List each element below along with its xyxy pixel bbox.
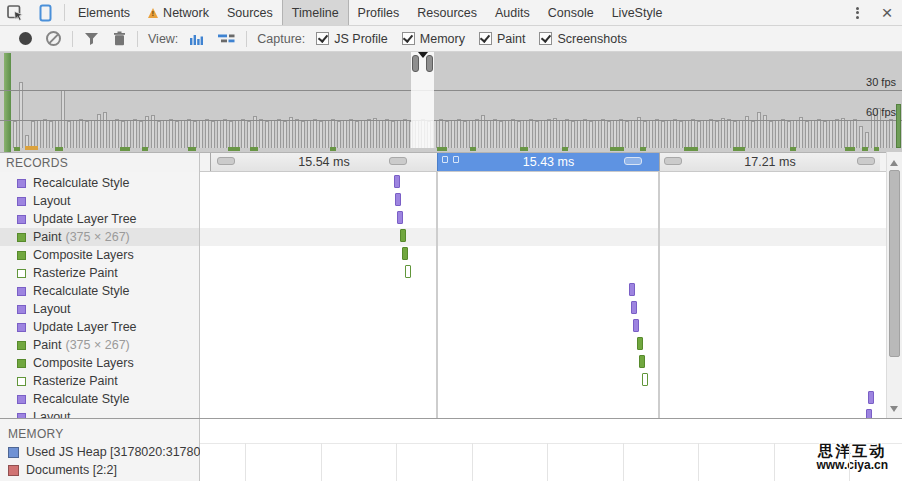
tab-audits[interactable]: Audits [486,0,539,25]
capture-label: Capture: [257,32,305,46]
overview-green-spike [896,104,901,148]
overview-bar [697,121,701,148]
record-row[interactable]: Recalculate Style [0,282,199,300]
frame-chip [664,157,682,165]
frame-header[interactable]: 17.21 ms [659,153,880,172]
flame-bar[interactable] [400,229,406,242]
checkbox[interactable] [316,32,329,45]
overview-bar [841,118,845,148]
flame-bar[interactable] [402,247,408,260]
records-flamechart[interactable] [200,172,886,418]
records-scrollbar[interactable] [886,152,902,418]
memory-gridline [774,443,775,481]
frame-header[interactable]: 15.54 ms [210,153,437,172]
flame-bar[interactable] [397,211,403,224]
tab-profiles[interactable]: Profiles [349,0,409,25]
overview-bar [655,119,659,148]
inspect-element-icon[interactable] [0,0,30,25]
record-row[interactable]: Recalculate Style [0,390,199,408]
record-row[interactable]: Update Layer Tree [0,318,199,336]
tab-label: Timeline [292,6,339,20]
memory-legend-label: Used JS Heap [3178020:3178020] [26,445,218,459]
frame-chip [453,156,459,163]
tab-livestyle[interactable]: LiveStyle [603,0,672,25]
checkbox[interactable] [539,32,552,45]
records-row-list: Recalculate StyleLayoutUpdate Layer Tree… [0,174,199,418]
record-row[interactable]: Update Layer Tree [0,210,199,228]
checkbox-label: Paint [497,32,526,46]
scrollbar-thumb[interactable] [889,170,900,357]
overview-activity-chip [55,147,63,151]
close-icon[interactable]: × [872,0,902,25]
frames-ruler[interactable]: 15.54 ms15.43 ms17.21 ms [200,152,886,172]
overview-selection-window[interactable] [411,52,434,148]
overview-bar [637,117,641,148]
capture-option-memory[interactable]: Memory [402,32,465,46]
record-row[interactable]: Recalculate Style [0,174,199,192]
record-row[interactable]: Paint(375 × 267) [0,228,199,246]
tab-resources[interactable]: Resources [408,0,486,25]
flame-bar[interactable] [394,175,400,188]
tab-elements[interactable]: Elements [69,0,139,25]
tab-timeline[interactable]: Timeline [282,0,349,25]
record-label: Update Layer Tree [33,212,137,226]
record-type-icon [17,287,26,296]
device-toolbar-icon[interactable] [30,0,60,25]
checkbox[interactable] [402,32,415,45]
frame-chip [624,157,642,165]
record-type-icon [17,341,26,350]
timeline-overview[interactable]: 30 fps 60 fps [0,52,902,152]
capture-option-screenshots[interactable]: Screenshots [539,32,626,46]
record-label: Paint [33,230,62,244]
capture-option-paint[interactable]: Paint [479,32,526,46]
memory-chart[interactable]: 思洋互动 www.ciya.cn [200,419,902,481]
record-row[interactable]: Paint(375 × 267) [0,336,199,354]
view-tracks-icon[interactable] [218,33,235,44]
record-row[interactable]: Layout [0,192,199,210]
tab-console[interactable]: Console [539,0,603,25]
scroll-up-icon[interactable] [890,160,898,166]
flame-bar[interactable] [633,319,639,332]
record-button[interactable] [19,32,32,45]
timeline-toolbar: View: Capture: JS ProfileMemoryPaintScre… [0,26,902,52]
trash-icon[interactable] [113,31,126,46]
record-row[interactable]: Composite Layers [0,354,199,372]
flame-bar[interactable] [642,373,648,386]
overview-bar [385,119,389,148]
clear-icon[interactable] [46,31,61,46]
flame-bar[interactable] [637,337,643,350]
overview-bar [811,120,815,148]
flame-bar[interactable] [866,409,872,418]
overview-activity-bar [4,53,11,152]
record-row[interactable]: Rasterize Paint [0,372,199,390]
watermark-line1: 思洋互动 [816,442,888,459]
record-label: Layout [33,302,71,316]
overview-bar [523,120,527,148]
overview-bar [355,121,359,148]
scroll-down-icon[interactable] [890,406,898,412]
record-row[interactable]: Rasterize Paint [0,264,199,282]
record-row[interactable]: Composite Layers [0,246,199,264]
capture-option-js-profile[interactable]: JS Profile [316,32,388,46]
overview-bar [463,121,467,148]
flame-bar[interactable] [405,265,411,278]
flame-bar[interactable] [631,301,637,314]
overview-orange-chip [25,146,38,150]
record-row[interactable]: Layout [0,408,199,418]
filter-icon[interactable] [84,32,99,46]
flame-bar[interactable] [868,391,874,404]
flame-bar[interactable] [639,355,645,368]
tab-sources[interactable]: Sources [218,0,282,25]
records-panel-header: RECORDS [0,152,200,172]
view-bars-icon[interactable] [189,33,204,45]
kebab-menu-icon[interactable] [842,0,872,25]
overview-bar [205,119,209,148]
overview-bar [601,119,605,148]
overview-bar [271,120,275,148]
checkbox[interactable] [479,32,492,45]
tab-network[interactable]: Network [139,0,218,25]
record-row[interactable]: Layout [0,300,199,318]
flame-bar[interactable] [629,283,635,296]
frame-header[interactable]: 15.43 ms [437,153,659,172]
flame-bar[interactable] [395,193,401,206]
